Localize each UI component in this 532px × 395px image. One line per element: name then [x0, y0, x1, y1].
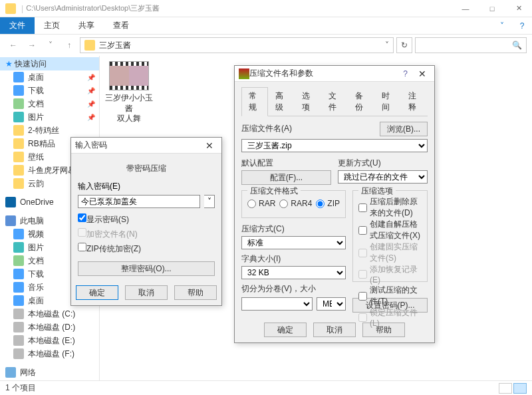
maximize-button[interactable]: □ [479, 0, 505, 17]
compress-dialog: 压缩文件名和参数 ? ✕ 常规 高级 选项 文件 备份 时间 注释 压缩文件名(… [234, 65, 435, 343]
password-input[interactable] [78, 195, 200, 208]
window-titlebar: | C:\Users\Administrator\Desktop\三岁玉酱 — … [0, 0, 532, 17]
sidebar-item[interactable]: 本地磁盘 (C:) [0, 307, 99, 321]
help-icon[interactable]: ? [512, 17, 532, 34]
password-subtitle: 带密码压缩 [78, 159, 215, 181]
tab-files[interactable]: 文件 [321, 87, 348, 116]
update-mode-select[interactable]: 跳过已存在的文件 [338, 170, 428, 184]
format-rar[interactable]: RAR [247, 199, 275, 208]
folder-icon [84, 40, 95, 51]
window-path: C:\Users\Administrator\Desktop\三岁玉酱 [26, 3, 160, 13]
options-legend: 压缩选项 [358, 186, 396, 197]
status-bar: 1 个项目 [0, 380, 532, 395]
password-dropdown-icon[interactable]: ˅ [204, 195, 215, 208]
sidebar-item[interactable]: 下载📌 [0, 84, 99, 97]
archive-name-label: 压缩文件名(A) [241, 123, 292, 134]
tab-view[interactable]: 查看 [104, 17, 138, 34]
sidebar-item[interactable]: 本地磁盘 (D:) [0, 321, 99, 334]
sidebar-item[interactable]: 文档📌 [0, 97, 99, 110]
sidebar-item[interactable]: 本地磁盘 (F:) [0, 347, 99, 360]
dict-label: 字典大小(I) [241, 253, 346, 265]
minimize-button[interactable]: — [452, 0, 479, 17]
format-legend: 压缩文件格式 [247, 186, 301, 197]
rar-icon [239, 68, 249, 79]
format-rar4[interactable]: RAR4 [279, 199, 312, 208]
help-button[interactable]: 帮助 [174, 285, 217, 300]
dialog-close-button[interactable]: ✕ [201, 140, 217, 151]
opt-test[interactable]: 测试压缩的文件(T) [358, 285, 422, 307]
tab-advanced[interactable]: 高级 [268, 87, 295, 116]
tab-comment[interactable]: 注释 [401, 87, 428, 116]
close-button[interactable]: ✕ [505, 0, 532, 17]
tab-share[interactable]: 共享 [69, 17, 104, 34]
update-label: 更新方式(U) [338, 158, 428, 169]
tab-general[interactable]: 常规 [241, 87, 268, 116]
file-name: 三岁伊小小玉酱双人舞 [105, 93, 153, 124]
dialog-title: 压缩文件名和参数 [249, 68, 403, 79]
ribbon-expand-icon[interactable]: ˅ [492, 17, 512, 34]
tab-options[interactable]: 选项 [295, 87, 321, 116]
manage-passwords-button[interactable]: 整理密码(O)... [78, 261, 215, 276]
separator: | [21, 4, 23, 13]
view-icons-button[interactable] [513, 383, 527, 394]
sidebar-quick-access[interactable]: ★ 快速访问 [0, 57, 99, 70]
password-label: 输入密码(E) [78, 182, 120, 191]
browse-button[interactable]: 浏览(B)... [380, 122, 428, 136]
dialog-tabs: 常规 高级 选项 文件 备份 时间 注释 [241, 87, 428, 116]
ok-button[interactable]: 确定 [264, 323, 307, 337]
zip-legacy-checkbox[interactable]: ZIP传统加密(Z) [78, 243, 215, 255]
refresh-button[interactable]: ↻ [396, 37, 412, 53]
opt-lock: 锁定压缩文件(L) [358, 307, 422, 328]
file-item[interactable]: 三岁伊小小玉酱双人舞 [105, 61, 153, 124]
address-text: 三岁玉酱 [99, 40, 131, 51]
sidebar-item[interactable]: 图片📌 [0, 110, 99, 124]
tab-backup[interactable]: 备份 [348, 87, 374, 116]
dialog-title: 输入密码 [75, 140, 201, 151]
cancel-button[interactable]: 取消 [313, 323, 356, 337]
dialog-close-button[interactable]: ✕ [414, 68, 430, 79]
cancel-button[interactable]: 取消 [125, 285, 168, 300]
show-password-checkbox[interactable]: 显示密码(S) [78, 213, 215, 225]
view-details-button[interactable] [499, 383, 512, 394]
sidebar-item[interactable]: 本地磁盘 (E:) [0, 334, 99, 347]
tab-time[interactable]: 时间 [374, 87, 401, 116]
sidebar-network[interactable]: 网络 [0, 366, 99, 379]
split-size-input[interactable] [241, 297, 313, 311]
opt-sfx[interactable]: 创建自解压格式压缩文件(X) [358, 219, 422, 241]
profile-label: 默认配置 [241, 158, 331, 169]
options-group: 压缩选项 压缩后删除原来的文件(D) 创建自解压格式压缩文件(X) 创建固实压缩… [352, 190, 428, 282]
ribbon-tabs: 文件 主页 共享 查看 ˅ ? [0, 17, 532, 35]
profile-button[interactable]: 配置(F)... [241, 170, 331, 185]
address-bar: ← → ˅ ↑ 三岁玉酱 ˅ ↻ 🔍 [0, 35, 532, 56]
dialog-help-icon[interactable]: ? [403, 69, 408, 78]
opt-solid: 创建固实压缩文件(S) [358, 241, 422, 264]
dialog-titlebar[interactable]: 输入密码 ✕ [71, 138, 221, 154]
back-button[interactable]: ← [5, 37, 21, 53]
ok-button[interactable]: 确定 [76, 285, 118, 300]
method-label: 压缩方式(C) [241, 223, 346, 235]
chevron-down-icon[interactable]: ˅ [385, 41, 389, 50]
encrypt-names-checkbox: 加密文件名(N) [78, 228, 215, 240]
up-button[interactable]: ↑ [61, 37, 77, 53]
recent-dropdown[interactable]: ˅ [43, 37, 59, 53]
tab-file[interactable]: 文件 [0, 17, 35, 34]
method-select[interactable]: 标准 [241, 236, 346, 249]
tab-home[interactable]: 主页 [35, 17, 69, 34]
forward-button[interactable]: → [24, 37, 40, 53]
split-unit-select[interactable]: MB [317, 297, 346, 311]
format-group: 压缩文件格式 RAR RAR4 ZIP [241, 190, 346, 218]
password-dialog: 输入密码 ✕ 带密码压缩 输入密码(E) ˅ 显示密码(S) 加密文件名(N) … [70, 137, 222, 306]
dialog-titlebar[interactable]: 压缩文件名和参数 ? ✕ [235, 66, 434, 82]
sidebar-item[interactable]: 桌面📌 [0, 70, 99, 84]
status-text: 1 个项目 [5, 382, 36, 394]
archive-name-input[interactable]: 三岁玉酱.zip [241, 139, 428, 152]
opt-delete[interactable]: 压缩后删除原来的文件(D) [358, 196, 422, 219]
search-input[interactable]: 🔍 [415, 37, 527, 53]
split-label: 切分为分卷(V)，大小 [241, 283, 346, 295]
sidebar-item[interactable]: 2-特鸡丝 [0, 124, 99, 137]
address-input[interactable]: 三岁玉酱 ˅ [80, 37, 394, 53]
folder-icon [5, 3, 16, 14]
format-zip[interactable]: ZIP [316, 199, 340, 208]
dict-select[interactable]: 32 KB [241, 266, 346, 279]
search-icon: 🔍 [512, 41, 522, 50]
